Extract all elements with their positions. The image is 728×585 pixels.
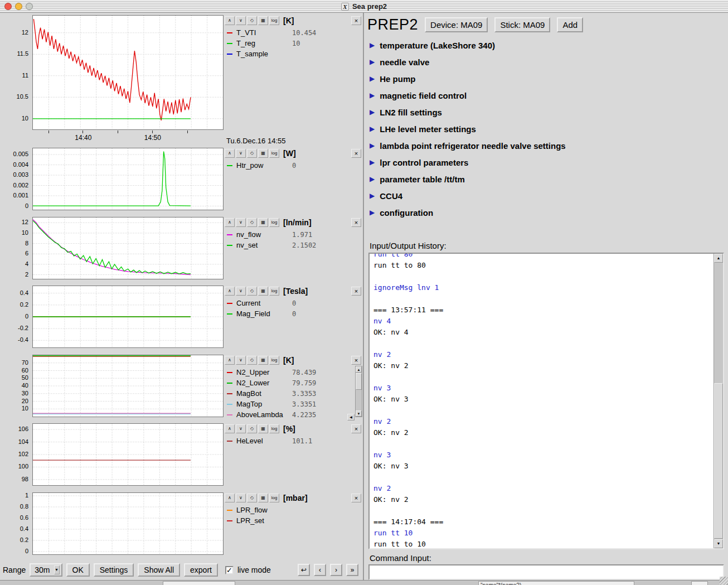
plot-area-lpr[interactable] — [32, 492, 224, 555]
device-button[interactable]: Device: MA09 — [425, 17, 488, 32]
close-chart-button[interactable]: × — [351, 16, 361, 25]
tree-item-6[interactable]: ▶lambda point refrigerator needle valve … — [370, 137, 725, 154]
scroll-up-icon[interactable]: ∧ — [225, 494, 235, 502]
log-scale-icon[interactable]: log — [269, 218, 279, 227]
plot-area-needle-valve-flow[interactable] — [32, 217, 224, 279]
points-mode-icon[interactable]: ▦ — [258, 424, 268, 433]
tree-item-5[interactable]: ▶LHe level meter settings — [370, 120, 725, 137]
expand-triangle-icon[interactable]: ▶ — [370, 42, 375, 49]
close-chart-button[interactable]: × — [351, 149, 361, 158]
points-mode-icon[interactable]: ▦ — [258, 287, 268, 296]
log-scale-icon[interactable]: log — [269, 149, 279, 158]
points-mode-icon[interactable]: ▦ — [258, 149, 268, 158]
legend-scroll-up-arrow[interactable]: ▲ — [356, 366, 362, 373]
close-chart-button[interactable]: × — [351, 218, 361, 227]
expand-triangle-icon[interactable]: ▶ — [370, 176, 375, 182]
expand-triangle-icon[interactable]: ▶ — [370, 59, 375, 65]
tree-item-8[interactable]: ▶parameter table /tt/tm — [370, 171, 725, 187]
range-dropdown[interactable]: 30m ▾ — [30, 563, 62, 577]
scroll-down-icon[interactable]: ∨ — [236, 424, 246, 433]
expand-triangle-icon[interactable]: ▶ — [370, 109, 375, 115]
plot-area-cryo-temperatures[interactable] — [32, 355, 224, 417]
autoscale-icon[interactable]: ◇ — [247, 494, 257, 502]
jump-to-end-button[interactable]: » — [346, 564, 358, 576]
scroll-down-icon[interactable]: ∨ — [236, 356, 246, 365]
points-mode-icon[interactable]: ▦ — [258, 16, 268, 25]
tree-item-1[interactable]: ▶needle valve — [370, 54, 725, 70]
tree-item-2[interactable]: ▶He pump — [370, 70, 725, 87]
expand-triangle-icon[interactable]: ▶ — [370, 159, 375, 166]
history-lines: run tt 80run tt to 80 ignoreMsg lnv 1 ==… — [373, 253, 710, 549]
ok-button[interactable]: OK — [66, 563, 90, 577]
plot-area-heater-power[interactable] — [32, 148, 224, 210]
scroll-up-icon[interactable]: ∧ — [225, 218, 235, 227]
autoscale-icon[interactable]: ◇ — [247, 356, 257, 365]
scrollbar-up-arrow[interactable]: ▲ — [714, 254, 723, 263]
tree-item-3[interactable]: ▶magnetic field control — [370, 87, 725, 104]
log-scale-icon[interactable]: log — [269, 287, 279, 296]
close-chart-button[interactable]: × — [351, 494, 361, 502]
expand-triangle-icon[interactable]: ▶ — [370, 192, 375, 199]
close-chart-button[interactable]: × — [351, 356, 361, 365]
live-mode-checkbox[interactable]: ✓ — [225, 566, 234, 574]
page-right-button[interactable]: › — [330, 564, 342, 576]
page-left-button[interactable]: ‹ — [314, 564, 326, 576]
window-resize-grip[interactable] — [720, 577, 728, 585]
reset-zoom-button[interactable]: ↩ — [298, 564, 310, 576]
scroll-up-icon[interactable]: ∧ — [225, 16, 235, 25]
autoscale-icon[interactable]: ◇ — [247, 218, 257, 227]
plot-area-he-level[interactable] — [32, 423, 224, 486]
scroll-down-icon[interactable]: ∨ — [236, 287, 246, 296]
plot-area-temperature[interactable] — [32, 15, 224, 130]
autoscale-icon[interactable]: ◇ — [247, 287, 257, 296]
expand-triangle-icon[interactable]: ▶ — [370, 209, 375, 216]
show-all-button[interactable]: Show All — [138, 563, 180, 577]
autoscale-icon[interactable]: ◇ — [247, 424, 257, 433]
close-chart-button[interactable]: × — [351, 287, 361, 296]
scroll-down-icon[interactable]: ∨ — [236, 16, 246, 25]
scroll-up-icon[interactable]: ∧ — [225, 149, 235, 158]
autoscale-icon[interactable]: ◇ — [247, 149, 257, 158]
legend-scrollbar-thumb[interactable] — [356, 373, 362, 390]
command-input[interactable] — [368, 564, 724, 580]
close-chart-button[interactable]: × — [351, 424, 361, 433]
stick-button[interactable]: Stick: MA09 — [494, 17, 550, 32]
legend-scrollbar[interactable]: ▲▼ — [355, 366, 362, 417]
scroll-down-icon[interactable]: ∨ — [236, 494, 246, 502]
expand-triangle-icon[interactable]: ▶ — [370, 92, 375, 99]
scroll-up-icon[interactable]: ∧ — [225, 287, 235, 296]
chart-legend: ∧∨◇▦log[K]×N2_Upper78.439N2_Lower79.759M… — [225, 355, 362, 420]
expand-triangle-icon[interactable]: ▶ — [370, 75, 375, 82]
tree-item-10[interactable]: ▶configuration — [370, 204, 725, 221]
log-scale-icon[interactable]: log — [269, 356, 279, 365]
scroll-down-icon[interactable]: ∨ — [236, 149, 246, 158]
scroll-down-icon[interactable]: ∨ — [236, 218, 246, 227]
export-button[interactable]: export — [184, 563, 218, 577]
scroll-up-icon[interactable]: ∧ — [225, 424, 235, 433]
tree-item-0[interactable]: ▶temperature (LakeShore 340) — [370, 37, 725, 54]
plot-area-magnet[interactable] — [32, 286, 224, 348]
series-color-swatch — [227, 372, 232, 373]
settings-button[interactable]: Settings — [94, 563, 134, 577]
tree-item-7[interactable]: ▶lpr control parameters — [370, 154, 725, 171]
scroll-up-icon[interactable]: ∧ — [225, 356, 235, 365]
scrollbar-thumb[interactable] — [714, 383, 723, 539]
history-box[interactable]: run tt 80run tt to 80 ignoreMsg lnv 1 ==… — [368, 253, 724, 549]
legend-items: LPR_flowLPR_set — [225, 505, 362, 526]
points-mode-icon[interactable]: ▦ — [258, 218, 268, 227]
scrollbar-down-arrow[interactable]: ▼ — [714, 539, 723, 548]
log-scale-icon[interactable]: log — [269, 424, 279, 433]
expand-triangle-icon[interactable]: ▶ — [370, 125, 375, 132]
log-scale-icon[interactable]: log — [269, 16, 279, 25]
log-scale-icon[interactable]: log — [269, 494, 279, 502]
legend-scroll-left-button[interactable]: ◀ — [347, 414, 355, 420]
tree-item-4[interactable]: ▶LN2 fill settings — [370, 104, 725, 120]
points-mode-icon[interactable]: ▦ — [258, 494, 268, 502]
legend-scroll-down-arrow[interactable]: ▼ — [356, 410, 362, 417]
tree-item-9[interactable]: ▶CCU4 — [370, 187, 725, 204]
add-button[interactable]: Add — [557, 17, 583, 32]
history-scrollbar[interactable]: ▲ ▼ — [714, 254, 723, 548]
autoscale-icon[interactable]: ◇ — [247, 16, 257, 25]
expand-triangle-icon[interactable]: ▶ — [370, 142, 375, 149]
points-mode-icon[interactable]: ▦ — [258, 356, 268, 365]
